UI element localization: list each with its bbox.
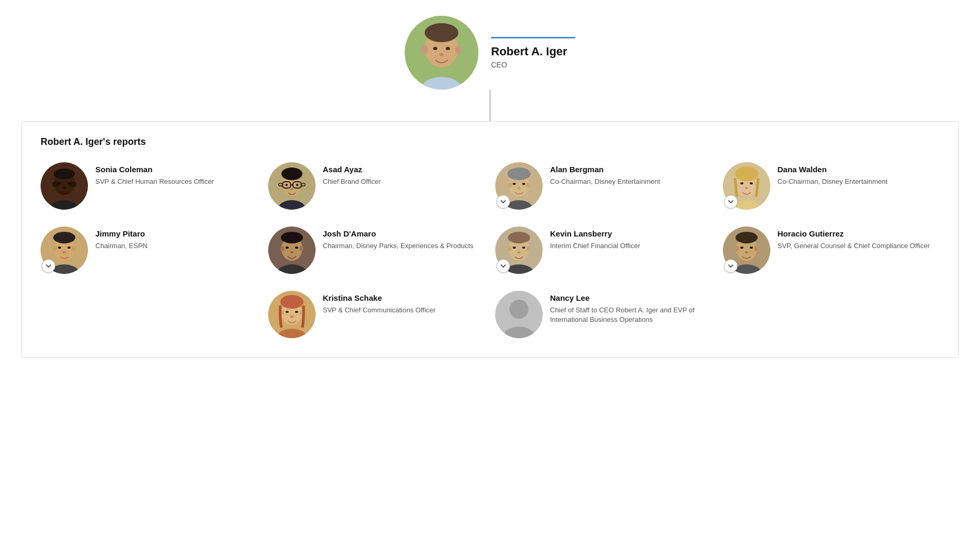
person-title: SVP & Chief Human Resources Officer <box>95 177 214 186</box>
expand-button[interactable] <box>496 259 510 273</box>
expand-button[interactable] <box>724 259 738 273</box>
person-name: Sonia Coleman <box>95 164 214 175</box>
svg-point-96 <box>290 316 293 318</box>
svg-point-17 <box>54 169 75 179</box>
person-card: Alan BergmanCo-Chairman, Disney Entertai… <box>495 162 712 210</box>
person-card: Horacio GutierrezSVP, General Counsel & … <box>723 227 940 274</box>
person-name: Jimmy Pitaro <box>95 229 148 239</box>
svg-point-14 <box>57 182 61 184</box>
svg-point-84 <box>754 246 758 251</box>
person-card: Josh D'AmaroChairman, Disney Parks, Expe… <box>268 227 485 274</box>
expand-button[interactable] <box>496 195 510 209</box>
person-info: Nancy LeeChief of Staff to CEO Robert A.… <box>550 291 712 324</box>
person-name: Asad Ayaz <box>323 164 381 175</box>
svg-point-78 <box>517 251 521 253</box>
svg-point-87 <box>745 251 748 253</box>
person-name: Horacio Gutierrez <box>778 229 930 239</box>
person-info: Kevin LansberryInterim Chief Financial O… <box>550 227 640 251</box>
svg-point-73 <box>508 232 530 243</box>
person-card: Nancy LeeChief of Staff to CEO Robert A.… <box>495 291 712 338</box>
svg-point-74 <box>507 246 512 251</box>
svg-point-49 <box>740 182 743 184</box>
avatar-wrap <box>495 291 543 338</box>
svg-point-94 <box>286 311 289 313</box>
svg-point-23 <box>281 168 302 180</box>
ceo-accent-line <box>491 37 575 38</box>
person-card: Kevin LansberryInterim Chief Financial O… <box>495 227 712 274</box>
ceo-name: Robert A. Iger <box>491 45 575 58</box>
svg-point-50 <box>750 182 753 184</box>
svg-point-64 <box>281 232 303 243</box>
svg-point-3 <box>425 23 458 42</box>
person-card: Jimmy PitaroChairman, ESPN <box>41 227 258 274</box>
svg-point-59 <box>67 247 71 249</box>
person-title: SVP & Chief Communications Officer <box>323 306 436 315</box>
svg-point-31 <box>290 188 293 190</box>
svg-point-15 <box>68 182 71 184</box>
svg-point-19 <box>72 182 76 187</box>
svg-point-46 <box>735 166 758 181</box>
avatar-wrap <box>268 227 316 274</box>
svg-point-39 <box>526 183 530 188</box>
svg-point-38 <box>508 183 512 188</box>
person-title: Chief of Staff to CEO Robert A. Iger and… <box>550 306 712 324</box>
person-title: SVP, General Counsel & Chief Compliance … <box>778 241 930 251</box>
ceo-card: Robert A. Iger CEO <box>405 16 575 90</box>
person-avatar <box>268 162 316 210</box>
svg-point-30 <box>296 184 298 186</box>
person-info: Jimmy PitaroChairman, ESPN <box>95 227 148 251</box>
person-name: Kevin Lansberry <box>550 229 640 239</box>
person-name: Alan Bergman <box>550 164 660 175</box>
person-info: Josh D'AmaroChairman, Disney Parks, Expe… <box>323 227 474 251</box>
svg-point-55 <box>53 232 75 243</box>
avatar-wrap <box>41 162 88 210</box>
person-title: Chairman, ESPN <box>95 241 148 251</box>
person-name: Nancy Lee <box>550 293 712 303</box>
person-title: Co-Chairman, Disney Entertainment <box>550 177 660 186</box>
svg-point-8 <box>439 53 444 56</box>
svg-point-83 <box>735 246 739 251</box>
person-info: Dana WaldenCo-Chairman, Disney Entertain… <box>778 162 888 186</box>
svg-point-98 <box>509 300 528 319</box>
avatar-wrap <box>41 227 88 274</box>
avatar-wrap <box>723 227 770 274</box>
reports-grid: Sonia ColemanSVP & Chief Human Resources… <box>41 162 939 338</box>
person-card <box>41 291 258 338</box>
person-name: Dana Walden <box>778 164 888 175</box>
svg-point-7 <box>446 47 450 50</box>
svg-point-56 <box>53 246 57 251</box>
svg-point-95 <box>295 311 298 313</box>
person-title: Co-Chairman, Disney Entertainment <box>778 177 888 186</box>
ceo-title: CEO <box>491 61 575 69</box>
avatar-wrap <box>495 227 543 274</box>
person-info: Asad AyazChief Brand Officer <box>323 162 381 186</box>
person-card: Dana WaldenCo-Chairman, Disney Entertain… <box>723 162 940 210</box>
person-info: Alan BergmanCo-Chairman, Disney Entertai… <box>550 162 660 186</box>
svg-point-65 <box>280 246 285 251</box>
person-avatar <box>268 291 316 338</box>
svg-point-77 <box>522 247 525 249</box>
reports-heading: Robert A. Iger's reports <box>41 136 939 147</box>
svg-point-42 <box>517 187 521 189</box>
svg-point-4 <box>422 45 428 54</box>
ceo-section: Robert A. Iger CEO <box>21 16 959 90</box>
svg-point-66 <box>299 246 303 251</box>
svg-point-86 <box>750 247 753 249</box>
svg-point-37 <box>507 168 531 180</box>
svg-point-91 <box>280 295 303 309</box>
avatar-wrap <box>723 162 770 210</box>
svg-point-67 <box>286 247 289 249</box>
ceo-avatar <box>405 16 478 90</box>
svg-point-6 <box>433 47 437 50</box>
expand-button[interactable] <box>42 259 55 273</box>
person-info: Sonia ColemanSVP & Chief Human Resources… <box>95 162 214 186</box>
person-avatar <box>495 291 543 338</box>
svg-point-60 <box>63 251 66 253</box>
svg-point-41 <box>522 183 525 185</box>
svg-point-76 <box>513 247 516 249</box>
person-info: Kristina SchakeSVP & Chief Communication… <box>323 291 436 315</box>
svg-point-16 <box>63 186 66 189</box>
expand-button[interactable] <box>724 195 738 209</box>
person-card: Asad AyazChief Brand Officer <box>268 162 485 210</box>
avatar-wrap <box>268 291 316 338</box>
